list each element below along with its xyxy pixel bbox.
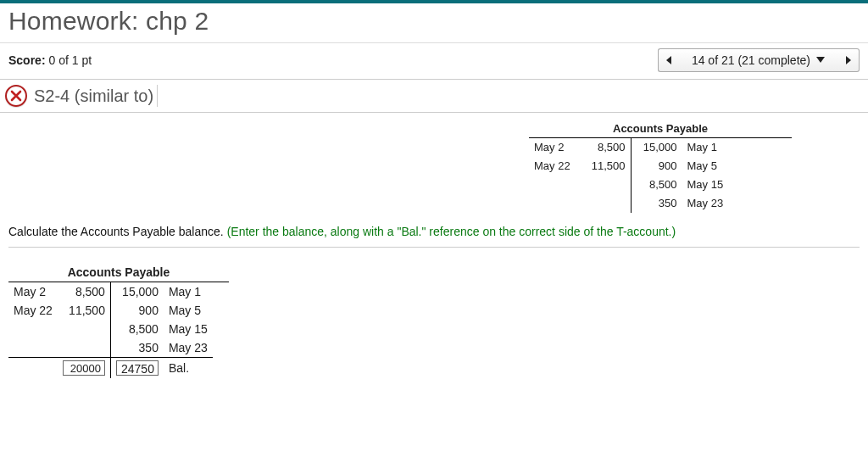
table-row: 8,500May 15 [111,320,213,338]
svg-marker-0 [666,56,671,64]
progress-text: 14 of 21 (21 complete) [692,53,810,67]
question-header: S2-4 (similar to) [0,80,868,113]
credit-side: 15,000May 1 900May 5 8,500May 15 350May … [111,282,213,378]
debit-side: May 28,500 May 2211,500 20000 [8,282,111,378]
svg-marker-1 [816,57,825,63]
t-account-title: Accounts Payable [8,263,229,282]
credit-date: May 23 [164,338,213,358]
svg-marker-2 [846,56,851,64]
table-row [529,194,631,213]
reference-t-account: Accounts Payable May 28,500 May 2211,500… [529,120,792,213]
credit-date: May 5 [164,301,213,320]
table-row: 15,000May 1 [111,282,213,301]
prompt-hint: (Enter the balance, along with a "Bal." … [227,225,676,238]
debit-amount: 11,500 [58,301,111,320]
caret-down-icon [810,53,826,67]
credit-amount: 350 [632,194,682,213]
sum-row: 20000 [8,357,110,378]
next-question-button[interactable] [836,48,860,72]
question-progress-dropdown[interactable]: 14 of 21 (21 complete) [682,48,836,72]
table-row: 350May 23 [111,338,213,358]
credit-amount: 8,500 [632,176,682,194]
table-row: May 28,500 [529,138,631,157]
t-account-body: May 28,500 May 2211,500 15,000May 1 900M… [529,138,792,213]
table-row: 350May 23 [632,194,733,213]
t-account-body: May 28,500 May 2211,500 20000 15,000May … [8,282,860,378]
table-row [8,320,110,338]
t-account-title: Accounts Payable [529,120,792,138]
debit-date: May 2 [529,138,580,157]
answer-t-account: Accounts Payable May 28,500 May 2211,500… [8,263,860,378]
credit-date: May 1 [682,138,733,157]
credit-amount: 900 [632,157,682,176]
credit-date: May 5 [682,157,733,176]
credit-amount: 8,500 [111,320,164,338]
debit-amount: 8,500 [58,282,111,301]
score-label: Score: [8,53,46,67]
debit-date: May 2 [8,282,58,301]
debit-date: May 22 [8,301,58,320]
triangle-left-icon [665,53,674,67]
credit-total-box[interactable]: 24750 [116,360,159,376]
debit-amount: 11,500 [580,157,631,176]
prev-question-button[interactable] [658,48,682,72]
score-row: Score: 0 of 1 pt 14 of 21 (21 complete) [0,43,868,80]
table-row: 15,000May 1 [632,138,733,157]
credit-amount: 350 [111,338,164,358]
triangle-right-icon [843,53,852,67]
debit-amount: 8,500 [580,138,631,157]
credit-date: May 15 [682,176,733,194]
debit-date: May 22 [529,157,580,176]
divider [157,85,158,107]
prompt-text: Calculate the Accounts Payable balance. [8,225,227,238]
table-row: May 2211,500 [529,157,631,176]
balance-label: Bal. [164,358,213,379]
table-row [8,338,110,357]
debit-side: May 28,500 May 2211,500 [529,138,632,213]
table-row: 8,500May 15 [632,176,733,194]
credit-amount: 15,000 [632,138,682,157]
debit-total-input[interactable]: 20000 [63,360,105,376]
question-nav: 14 of 21 (21 complete) [658,48,860,72]
credit-date: May 23 [682,194,733,213]
table-row: 900May 5 [111,301,213,320]
score-value: 0 of 1 pt [49,53,92,67]
credit-amount: 15,000 [111,282,164,301]
credit-amount: 900 [111,301,164,320]
table-row: May 28,500 [8,282,110,301]
incorrect-icon [5,85,27,107]
table-row: May 2211,500 [8,301,110,320]
page-root: { "header": { "title": "Homework: chp 2"… [0,0,868,474]
credit-side: 15,000May 1 900May 5 8,500May 15 350May … [632,138,733,213]
prompt-line: Calculate the Accounts Payable balance. … [8,225,860,248]
content-area: Accounts Payable May 28,500 May 2211,500… [0,113,868,383]
table-row [529,176,631,194]
question-ref: S2-4 (similar to) [34,86,153,106]
table-row: 900May 5 [632,157,733,176]
credit-date: May 1 [164,282,213,301]
page-title: Homework: chp 2 [0,3,868,43]
sum-row: 24750 Bal. [111,358,213,379]
credit-date: May 15 [164,320,213,338]
